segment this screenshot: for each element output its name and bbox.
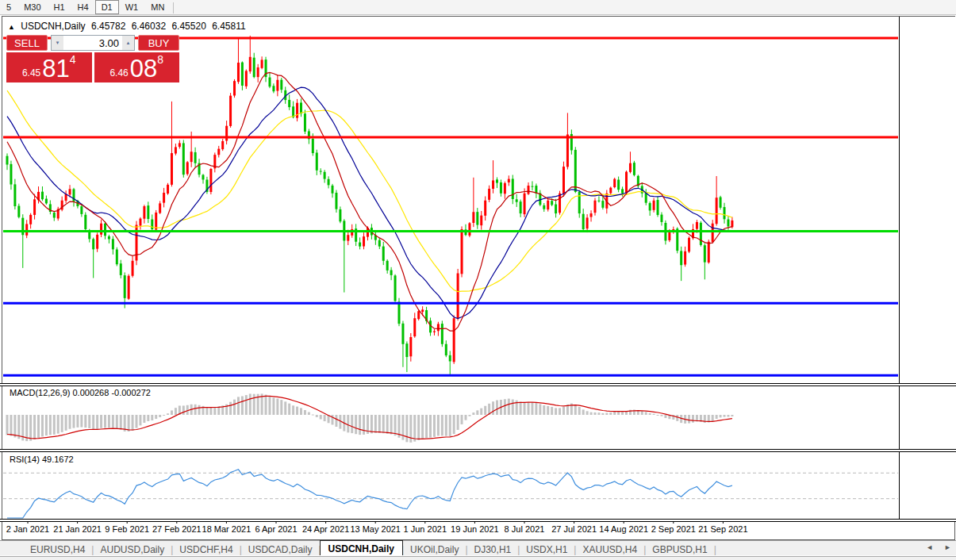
chart-tab-dj30[interactable]: DJ30,H1 (466, 543, 520, 556)
buy-price-pipette: 8 (157, 53, 163, 66)
date-axis[interactable]: 2 Jan 202121 Jan 20219 Feb 202127 Feb 20… (0, 523, 896, 538)
date-axis-label: 1 Jun 2021 (404, 524, 447, 534)
date-axis-label: 18 Mar 2021 (202, 524, 251, 534)
date-axis-label: 9 Feb 2021 (105, 524, 149, 534)
collapse-panel-icon[interactable]: ▲ (8, 23, 15, 31)
tab-scroll-left-icon[interactable]: ◄ (926, 543, 933, 551)
rsi-indicator-label: RSI(14) 49.1672 (10, 455, 74, 464)
chart-tab-usdx[interactable]: USDX,H1 (518, 543, 575, 556)
chart-tab-xauusd[interactable]: XAUUSD,H4 (574, 543, 645, 556)
date-axis-label: 13 May 2021 (350, 524, 401, 534)
volume-stepper: ▼ ▲ (51, 35, 135, 51)
date-axis-label: 21 Jan 2021 (53, 524, 102, 534)
buy-price-prefix: 6.46 (109, 67, 128, 79)
date-axis-label: 19 Jun 2021 (451, 524, 499, 534)
quote-close: 6.45811 (212, 21, 246, 32)
date-axis-label: 24 Apr 2021 (302, 524, 349, 534)
volume-input[interactable] (63, 36, 122, 50)
chart-canvas[interactable] (0, 0, 956, 560)
date-axis-label: 14 Aug 2021 (599, 524, 648, 534)
sell-price-prefix: 6.45 (22, 67, 40, 79)
chart-tab-eurusd[interactable]: EURUSD,H4 (22, 543, 93, 556)
axis-separator-line (899, 17, 900, 519)
tab-separator: | (714, 544, 716, 555)
pane-divider[interactable] (0, 519, 956, 522)
pane-divider[interactable] (0, 383, 956, 386)
chart-tab-usdcnh[interactable]: USDCNH,Daily (320, 540, 403, 555)
price-axis[interactable]: 6.565506.547506.529006.511006.492506.474… (900, 17, 955, 520)
chart-tab-bar: EURUSD,H4|AUDUSD,Daily|USDCHF,H4|USDCAD,… (0, 540, 956, 555)
sell-price-pipette: 4 (70, 53, 76, 66)
chart-tab-gbpusd[interactable]: GBPUSD,H1 (644, 543, 715, 556)
macd-indicator-label: MACD(12,26,9) 0.000268 -0.000272 (10, 388, 151, 397)
date-axis-label: 21 Sep 2021 (698, 524, 747, 534)
chart-tab-ukoil[interactable]: UKOil,Daily (402, 543, 466, 556)
quote-open: 6.45782 (91, 21, 125, 32)
date-axis-label: 27 Feb 2021 (152, 524, 202, 534)
buy-price-display[interactable]: 6.46 08 8 (94, 52, 180, 82)
quote-low: 6.45520 (171, 21, 205, 32)
date-axis-label: 27 Jul 2021 (551, 524, 597, 534)
quote-high: 6.46032 (132, 21, 166, 32)
date-axis-label: 6 Apr 2021 (255, 524, 297, 534)
buy-price-pips: 08 (130, 57, 157, 81)
pane-divider[interactable] (0, 449, 956, 452)
one-click-trading-panel: SELL ▼ ▲ BUY 6.45 81 4 6.46 08 8 (6, 35, 179, 82)
sell-button[interactable]: SELL (6, 35, 48, 51)
chart-title: ▲ USDCNH,Daily 6.45782 6.46032 6.45520 6… (8, 21, 249, 32)
sell-price-pips: 81 (42, 57, 69, 81)
sell-price-display[interactable]: 6.45 81 4 (6, 52, 92, 82)
volume-increase-button[interactable]: ▲ (122, 36, 134, 50)
volume-decrease-button[interactable]: ▼ (52, 36, 63, 50)
chart-tab-usdchf[interactable]: USDCHF,H4 (171, 543, 240, 556)
date-axis-label: 8 Jul 2021 (505, 524, 545, 534)
buy-button[interactable]: BUY (138, 35, 179, 51)
chart-tab-audusd[interactable]: AUDUSD,Daily (92, 543, 172, 556)
date-axis-label: 2 Sep 2021 (651, 524, 696, 534)
symbol-label: USDCNH,Daily (21, 21, 85, 32)
tab-scroll-right-icon[interactable]: ► (944, 543, 951, 551)
date-axis-label: 2 Jan 2021 (6, 524, 49, 534)
chart-tab-usdcad[interactable]: USDCAD,Daily (240, 543, 321, 556)
